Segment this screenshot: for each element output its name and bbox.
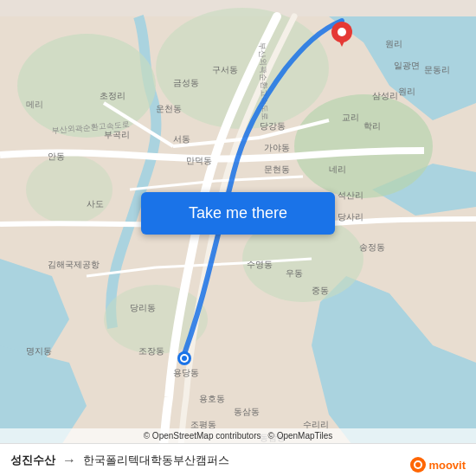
svg-text:안동: 안동 <box>48 151 65 161</box>
svg-text:용호동: 용호동 <box>199 394 225 403</box>
omt-attribution: © OpenMapTiles <box>267 431 332 441</box>
svg-text:석산리: 석산리 <box>338 190 363 200</box>
svg-text:학리: 학리 <box>363 121 381 131</box>
svg-text:원리: 원리 <box>385 39 402 48</box>
svg-text:운천동: 운천동 <box>156 104 182 113</box>
osm-attribution: © OpenStreetMap contributors <box>144 431 261 441</box>
svg-point-7 <box>156 8 329 129</box>
svg-text:네리: 네리 <box>329 164 346 174</box>
moovit-logo: moovit <box>410 457 466 473</box>
svg-text:당리동: 당리동 <box>130 303 156 312</box>
svg-text:송정동: 송정동 <box>359 242 385 252</box>
svg-text:우동: 우동 <box>286 268 303 278</box>
svg-text:당사리: 당사리 <box>338 212 363 222</box>
take-me-there-button[interactable]: Take me there <box>141 192 335 235</box>
svg-text:일광면: 일광면 <box>394 61 420 70</box>
svg-text:동삼동: 동삼동 <box>234 407 260 416</box>
svg-point-63 <box>338 28 346 36</box>
svg-text:수영동: 수영동 <box>247 260 273 269</box>
svg-text:문동리: 문동리 <box>424 65 450 74</box>
svg-point-8 <box>294 94 433 198</box>
svg-text:초정리: 초정리 <box>100 91 125 100</box>
svg-point-68 <box>415 462 421 467</box>
svg-text:명지동: 명지동 <box>26 346 52 356</box>
svg-text:사도: 사도 <box>87 199 104 209</box>
svg-text:금성동: 금성동 <box>173 78 199 87</box>
svg-text:서동: 서동 <box>173 134 190 144</box>
svg-text:문현동: 문현동 <box>264 164 290 174</box>
map-container: 부산외곽순환고속도로 부산외곽순환고속도로 메리 안동 사도 김해국제공항 명지… <box>0 0 476 476</box>
svg-text:원리: 원리 <box>398 87 415 96</box>
svg-text:가야동: 가야동 <box>264 143 290 152</box>
svg-text:당강동: 당강동 <box>260 121 286 131</box>
svg-text:교리: 교리 <box>342 113 359 122</box>
svg-text:만덕동: 만덕동 <box>186 156 212 165</box>
svg-text:김해국제공항: 김해국제공항 <box>48 260 100 269</box>
from-label: 성진수산 <box>10 453 55 468</box>
moovit-logo-icon <box>410 457 426 473</box>
to-label: 한국폴리텍대학동부산캠퍼스 <box>83 453 229 468</box>
svg-point-66 <box>182 356 187 361</box>
moovit-logo-text: moovit <box>428 459 466 472</box>
svg-text:용당동: 용당동 <box>173 368 199 377</box>
svg-text:부곡리: 부곡리 <box>104 130 130 139</box>
svg-text:삼성리: 삼성리 <box>372 91 398 100</box>
svg-text:중동: 중동 <box>312 286 329 295</box>
svg-text:조장동: 조장동 <box>138 346 164 356</box>
route-arrow: → <box>62 453 76 468</box>
map-background: 부산외곽순환고속도로 부산외곽순환고속도로 메리 안동 사도 김해국제공항 명지… <box>0 0 476 476</box>
svg-point-11 <box>26 155 113 224</box>
svg-text:구서동: 구서동 <box>212 65 238 74</box>
bottom-bar: 성진수산 → 한국폴리텍대학동부산캠퍼스 moovit <box>0 443 476 476</box>
map-attribution: © OpenStreetMap contributors © OpenMapTi… <box>0 428 476 443</box>
svg-text:메리: 메리 <box>26 100 43 109</box>
